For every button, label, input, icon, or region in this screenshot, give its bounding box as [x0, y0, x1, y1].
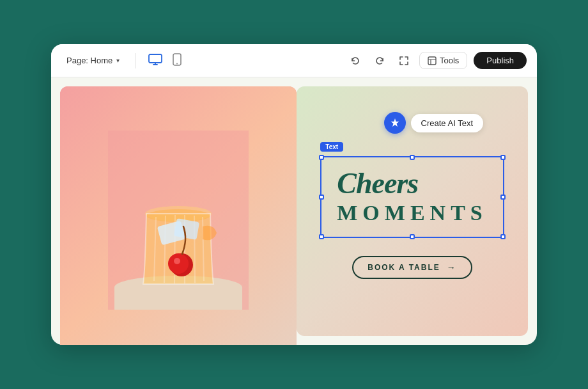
- handle-mid-left[interactable]: [319, 194, 324, 200]
- content-section: Create AI Text Text Cheers MOMEN: [297, 86, 528, 336]
- svg-point-21: [174, 258, 180, 264]
- redo-button[interactable]: [371, 53, 389, 68]
- fit-screen-button[interactable]: [395, 53, 413, 68]
- mobile-icon[interactable]: [170, 51, 184, 71]
- handle-top-left[interactable]: [319, 155, 324, 160]
- tools-label: Tools: [440, 56, 459, 65]
- text-box-wrapper[interactable]: Text Cheers MOMENTS: [320, 156, 504, 237]
- text-selection-box[interactable]: Cheers MOMENTS: [320, 156, 504, 237]
- book-table-label: BOOK A TABLE: [368, 263, 440, 272]
- handle-top-mid[interactable]: [410, 155, 415, 160]
- ai-text-label: Create AI Text: [421, 118, 473, 128]
- svg-point-2: [176, 63, 178, 64]
- svg-rect-3: [428, 57, 436, 65]
- ai-text-pill-button[interactable]: Create AI Text: [411, 114, 483, 132]
- canvas-area: Create AI Text Text Cheers MOMEN: [51, 77, 537, 345]
- undo-button[interactable]: [346, 53, 364, 68]
- toolbar: Page: Home ▾: [51, 44, 537, 77]
- handle-top-right[interactable]: [500, 155, 506, 160]
- page-selector-label: Page: Home: [66, 56, 112, 65]
- device-icons: [146, 51, 184, 71]
- cocktail-image-section: [60, 86, 297, 345]
- publish-label: Publish: [486, 56, 514, 65]
- text-badge: Text: [320, 142, 343, 152]
- toolbar-divider: [135, 53, 135, 68]
- handle-bottom-right[interactable]: [500, 234, 506, 239]
- tools-button[interactable]: Tools: [419, 52, 467, 69]
- toolbar-right: Tools Publish: [346, 52, 527, 69]
- handle-bottom-mid[interactable]: [410, 234, 415, 239]
- svg-rect-0: [149, 54, 162, 63]
- handle-mid-right[interactable]: [500, 194, 506, 200]
- ai-text-button-wrapper: Create AI Text: [384, 112, 483, 134]
- moments-heading: MOMENTS: [337, 200, 487, 226]
- desktop-icon[interactable]: [146, 51, 165, 70]
- page-selector[interactable]: Page: Home ▾: [61, 53, 125, 68]
- publish-button[interactable]: Publish: [474, 52, 527, 69]
- arrow-icon: →: [447, 262, 457, 273]
- ai-icon-circle[interactable]: [384, 112, 406, 134]
- editor-window: Page: Home ▾: [51, 44, 537, 345]
- handle-bottom-left[interactable]: [319, 234, 324, 239]
- chevron-down-icon: ▾: [116, 57, 120, 64]
- cocktail-image: [60, 86, 297, 345]
- svg-rect-8: [114, 287, 242, 310]
- book-table-button[interactable]: BOOK A TABLE →: [352, 256, 472, 279]
- cheers-heading: Cheers: [337, 168, 487, 200]
